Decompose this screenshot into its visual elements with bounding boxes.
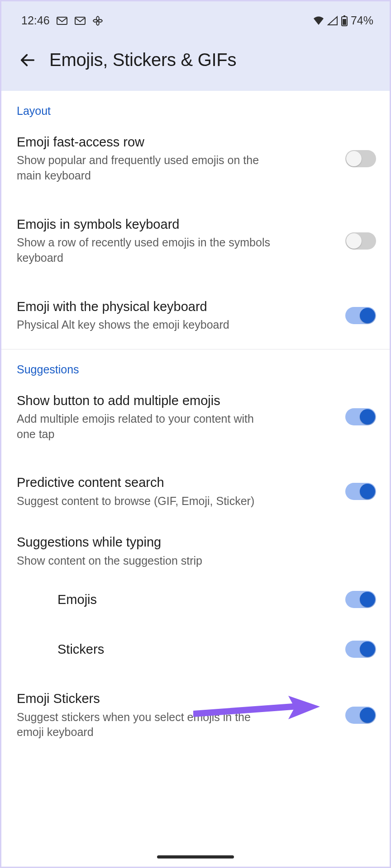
setting-typing-stickers[interactable]: Stickers xyxy=(1,624,390,674)
setting-predictive-search[interactable]: Predictive content search Suggest conten… xyxy=(1,458,390,525)
setting-title: Emoji with the physical keyboard xyxy=(17,298,334,315)
setting-typing-emojis[interactable]: Emojis xyxy=(1,575,390,624)
notif-fan-icon xyxy=(92,15,103,26)
settings-content: Layout Emoji fast-access row Show popula… xyxy=(1,91,390,756)
setting-sub: Show popular and frequently used emojis … xyxy=(17,153,270,184)
svg-rect-4 xyxy=(343,15,345,17)
setting-emoji-fast-access[interactable]: Emoji fast-access row Show popular and f… xyxy=(1,118,390,200)
setting-emoji-physical-kb[interactable]: Emoji with the physical keyboard Physica… xyxy=(1,282,390,349)
setting-suggestions-typing-header: Suggestions while typing Show content on… xyxy=(1,525,390,575)
toggle-emoji-physical-kb[interactable] xyxy=(345,307,376,324)
battery-icon xyxy=(341,15,348,26)
setting-title: Stickers xyxy=(57,641,334,657)
notif-mail2-icon xyxy=(74,16,86,25)
page-title: Emojis, Stickers & GIFs xyxy=(49,50,236,70)
section-layout-header: Layout xyxy=(1,91,390,118)
battery-pct: 74% xyxy=(351,14,373,27)
nav-handle[interactable] xyxy=(157,855,234,859)
toggle-multi-emoji-button[interactable] xyxy=(345,408,376,425)
setting-multi-emoji-button[interactable]: Show button to add multiple emojis Add m… xyxy=(1,376,390,458)
status-time: 12:46 xyxy=(21,14,50,27)
section-suggestions-header: Suggestions xyxy=(1,349,390,376)
svg-rect-0 xyxy=(57,17,67,24)
setting-title: Suggestions while typing xyxy=(17,534,306,550)
back-button[interactable] xyxy=(19,51,37,69)
setting-title: Predictive content search xyxy=(17,474,334,491)
toggle-typing-stickers[interactable] xyxy=(345,641,376,658)
toggle-emojis-symbols-kb[interactable] xyxy=(345,232,376,250)
svg-rect-1 xyxy=(75,17,85,24)
toggle-typing-emojis[interactable] xyxy=(345,591,376,608)
setting-emoji-stickers[interactable]: Emoji Stickers Suggest stickers when you… xyxy=(1,674,390,756)
wifi-icon xyxy=(313,16,324,26)
setting-emojis-symbols-kb[interactable]: Emojis in symbols keyboard Show a row of… xyxy=(1,200,390,282)
svg-rect-3 xyxy=(343,19,346,25)
setting-sub: Show a row of recently used emojis in th… xyxy=(17,235,270,266)
setting-sub: Suggest stickers when you select emojis … xyxy=(17,710,270,741)
setting-sub: Show content on the suggestion strip xyxy=(17,553,270,569)
setting-title: Emoji fast-access row xyxy=(17,134,334,150)
toggle-predictive-search[interactable] xyxy=(345,483,376,500)
setting-title: Emojis xyxy=(57,591,334,608)
header-zone: 12:46 74% Emo xyxy=(1,1,390,91)
setting-title: Emoji Stickers xyxy=(17,690,334,707)
setting-title: Show button to add multiple emojis xyxy=(17,392,334,409)
setting-title: Emojis in symbols keyboard xyxy=(17,216,334,232)
signal-icon xyxy=(327,16,338,26)
toggle-emoji-stickers[interactable] xyxy=(345,707,376,724)
setting-sub: Suggest content to browse (GIF, Emoji, S… xyxy=(17,494,270,509)
notif-mail-icon xyxy=(56,16,68,25)
setting-sub: Add multiple emojis related to your cont… xyxy=(17,411,270,442)
status-bar: 12:46 74% xyxy=(1,14,390,33)
app-bar: Emojis, Stickers & GIFs xyxy=(1,33,390,91)
toggle-emoji-fast-access[interactable] xyxy=(345,150,376,167)
setting-sub: Physical Alt key shows the emoji keyboar… xyxy=(17,317,270,333)
